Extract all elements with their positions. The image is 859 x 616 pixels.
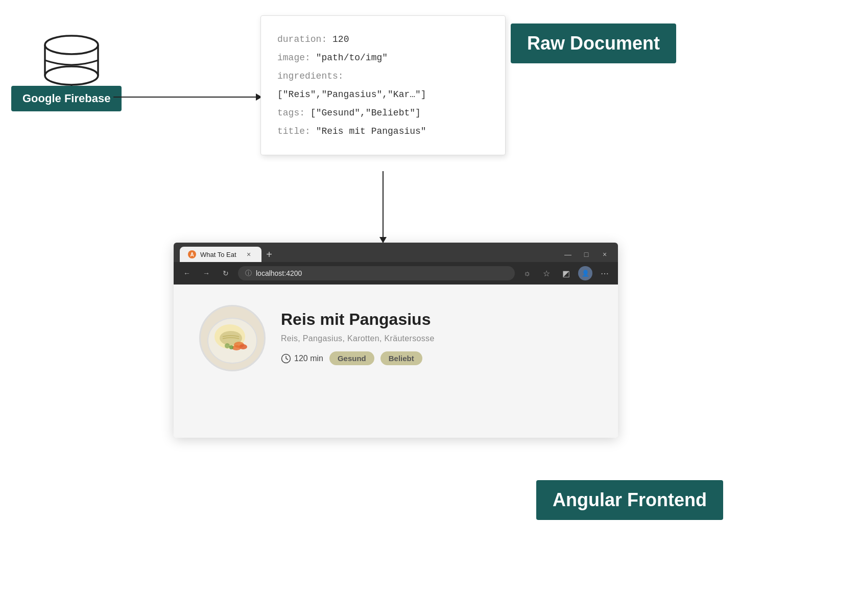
browser-tab-active[interactable]: A What To Eat × — [180, 247, 261, 262]
angular-label: Angular Frontend — [536, 480, 723, 520]
forward-button[interactable]: → — [199, 266, 213, 280]
rawdoc-label: Raw Document — [511, 23, 676, 63]
clock-icon — [281, 353, 291, 364]
recipe-image — [199, 305, 266, 371]
svg-point-0 — [45, 36, 98, 54]
browser-body: Reis mit Pangasius Reis, Pangasius, Karo… — [174, 285, 618, 438]
doc-line-tags: tags: ["Gesund","Beliebt"] — [277, 104, 489, 122]
doc-line-duration: duration: 120 — [277, 30, 489, 49]
firebase-label: Google Firebase — [11, 86, 122, 111]
duration-text: 120 min — [294, 354, 323, 363]
recipe-ingredients: Reis, Pangasius, Karotten, Kräutersosse — [281, 334, 592, 343]
window-minimize-button[interactable]: — — [561, 247, 575, 262]
recipe-title: Reis mit Pangasius — [281, 310, 592, 329]
reading-list-icon[interactable]: ☆ — [539, 266, 554, 280]
browser-window: A What To Eat × + — □ × ← → ↻ ⓘ localhos… — [174, 243, 618, 438]
doc-line-title: title: "Reis mit Pangasius" — [277, 122, 489, 140]
recipe-duration: 120 min — [281, 353, 323, 364]
reload-button[interactable]: ↻ — [219, 266, 233, 280]
window-controls: — □ × — [561, 247, 612, 262]
browser-tab-bar: A What To Eat × + — □ × — [174, 243, 618, 262]
url-text: localhost:4200 — [256, 269, 302, 277]
window-maximize-button[interactable]: □ — [579, 247, 593, 262]
url-bar[interactable]: ⓘ localhost:4200 — [238, 266, 515, 280]
firebase-to-rawdoc-arrow — [113, 97, 261, 98]
svg-point-11 — [225, 343, 230, 348]
food-illustration — [204, 310, 260, 366]
tag-beliebt: Beliebt — [380, 351, 422, 365]
svg-line-15 — [286, 359, 288, 360]
new-tab-button[interactable]: + — [261, 247, 277, 262]
window-close-button[interactable]: × — [598, 247, 612, 262]
favorites-icon[interactable]: ☼ — [520, 266, 534, 280]
lock-icon: ⓘ — [245, 269, 252, 278]
tag-gesund: Gesund — [329, 351, 374, 365]
svg-point-3 — [45, 66, 98, 85]
recipe-card: Reis mit Pangasius Reis, Pangasius, Karo… — [199, 305, 592, 371]
rawdoc-to-browser-arrow — [383, 171, 384, 243]
tab-favicon: A — [188, 250, 196, 258]
doc-line-image: image: "path/to/img" — [277, 49, 489, 67]
tab-title: What To Eat — [200, 251, 240, 258]
recipe-meta: 120 min Gesund Beliebt — [281, 351, 592, 365]
recipe-info: Reis mit Pangasius Reis, Pangasius, Karo… — [281, 305, 592, 365]
browser-chrome: A What To Eat × + — □ × ← → ↻ ⓘ localhos… — [174, 243, 618, 285]
raw-doc-card: duration: 120 image: "path/to/img" ingre… — [260, 15, 506, 155]
profile-avatar[interactable]: 👤 — [578, 266, 592, 280]
doc-line-ingredients: ingredients: ["Reis","Pangasius","Kar…"] — [277, 67, 489, 104]
browser-controls-bar: ← → ↻ ⓘ localhost:4200 ☼ ☆ ◩ 👤 ⋯ — [174, 262, 618, 285]
back-button[interactable]: ← — [180, 266, 194, 280]
tab-close-button[interactable]: × — [244, 250, 253, 258]
svg-point-12 — [229, 345, 233, 349]
browser-toolbar-icons: ☼ ☆ ◩ 👤 ⋯ — [520, 266, 612, 280]
collections-icon[interactable]: ◩ — [559, 266, 573, 280]
more-options-icon[interactable]: ⋯ — [598, 266, 612, 280]
